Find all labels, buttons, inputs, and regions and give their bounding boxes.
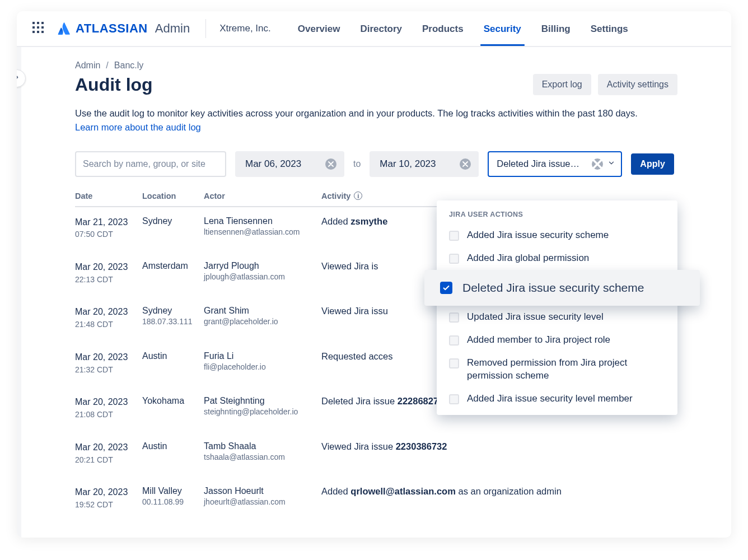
dropdown-option[interactable]: Added Jira global permission [437, 247, 677, 270]
cell-actor-name: Furia Li [204, 351, 321, 361]
cell-actor-name: Grant Shim [204, 306, 321, 316]
cell-location: Yokohama [142, 396, 204, 406]
cell-location-value: Sydney [142, 216, 204, 226]
breadcrumb-item[interactable]: Admin [75, 60, 100, 71]
cell-date: Mar 20, 2023 22:13 CDT [75, 261, 142, 284]
clear-activity-filter-icon[interactable] [592, 158, 603, 170]
filter-row: Search by name, group, or site Mar 06, 2… [75, 151, 677, 177]
cell-date: Mar 20, 2023 19:52 CDT [75, 486, 142, 510]
date-from-picker[interactable]: Mar 06, 2023 [235, 151, 344, 177]
activity-settings-button[interactable]: Activity settings [598, 74, 677, 95]
cell-date-value: Mar 20, 2023 [75, 396, 142, 408]
dropdown-option-label: Deleted Jira issue security scheme [462, 281, 644, 295]
activity-prefix: Requested acces [321, 351, 393, 362]
cell-date-value: Mar 20, 2023 [75, 441, 142, 454]
nav-overview[interactable]: Overview [296, 12, 343, 45]
cell-actor-name: Jasson Hoeurlt [204, 486, 321, 496]
brand[interactable]: ATLASSIAN Admin [57, 21, 190, 36]
dropdown-option-label: Added member to Jira project role [467, 334, 610, 347]
nav-settings[interactable]: Settings [588, 12, 630, 45]
cell-location-value: Austin [142, 351, 204, 361]
top-nav: ATLASSIAN Admin Xtreme, Inc. Overview Di… [17, 11, 731, 47]
cell-location: Austin [142, 351, 204, 361]
dropdown-heading: JIRA USER ACTIONS [437, 208, 677, 224]
org-name[interactable]: Xtreme, Inc. [205, 19, 284, 38]
cell-actor-name: Lena Tiensennen [204, 216, 321, 226]
export-log-button[interactable]: Export log [533, 74, 591, 95]
cell-date: Mar 21, 2023 07:50 CDT [75, 216, 142, 240]
activity-prefix: Viewed Jira issu [321, 306, 388, 316]
to-label: to [353, 159, 361, 169]
th-date: Date [75, 192, 142, 200]
date-from-value: Mar 06, 2023 [245, 158, 301, 170]
cell-date: Mar 20, 2023 21:48 CDT [75, 306, 142, 329]
activity-filter-dropdown: JIRA USER ACTIONS Added Jira issue secur… [437, 200, 677, 415]
table-row[interactable]: Mar 20, 2023 20:21 CDT Austin Tamb Shaal… [75, 432, 677, 477]
description-text: Use the audit log to monitor key activit… [75, 108, 638, 118]
cell-time-value: 21:48 CDT [75, 319, 142, 330]
app-frame: ATLASSIAN Admin Xtreme, Inc. Overview Di… [17, 11, 731, 538]
dropdown-option[interactable]: Added Jira issue security level member [437, 388, 677, 410]
cell-date: Mar 20, 2023 21:08 CDT [75, 396, 142, 419]
chevron-down-icon [607, 159, 615, 169]
cell-actor: Grant Shim grant@placeholder.io [204, 306, 321, 326]
cell-actor: Furia Li fli@placeholder.io [204, 351, 321, 371]
dropdown-option[interactable]: Updated Jira issue security level [437, 306, 677, 329]
cell-date-value: Mar 20, 2023 [75, 261, 142, 273]
checkbox-icon [449, 394, 459, 404]
clear-date-to-icon[interactable] [460, 158, 471, 170]
activity-filter-select[interactable]: Deleted Jira issue … [488, 151, 622, 177]
activity-bold: qrlowell@atlassian.com [350, 486, 456, 496]
activity-bold: zsmythe [350, 216, 387, 226]
nav-billing[interactable]: Billing [539, 12, 573, 45]
activity-prefix: Viewed Jira is [321, 261, 378, 271]
dropdown-option[interactable]: Added member to Jira project role [437, 329, 677, 352]
cell-actor-name: Tamb Shaala [204, 441, 321, 451]
left-rail [17, 47, 21, 538]
nav-directory[interactable]: Directory [358, 12, 404, 45]
learn-more-link[interactable]: Learn more about the audit log [75, 122, 201, 132]
cell-location: Mill Valley 00.11.08.99 [142, 486, 204, 506]
nav-items: Overview Directory Products Security Bil… [296, 12, 630, 45]
nav-security[interactable]: Security [481, 12, 523, 45]
activity-prefix: Added [321, 486, 350, 496]
dropdown-option-label: Updated Jira issue security level [467, 311, 604, 324]
cell-actor-email: jhoeurlt@atlassian.com [204, 497, 321, 506]
clear-date-from-icon[interactable] [325, 158, 336, 170]
breadcrumb-item[interactable]: Banc.ly [114, 60, 143, 71]
cell-actor-name: Pat Steighnting [204, 396, 321, 406]
dropdown-option-selected[interactable]: Deleted Jira issue security scheme [424, 270, 700, 306]
cell-location: Sydney 188.07.33.111 [142, 306, 204, 326]
app-switcher-icon[interactable] [32, 22, 46, 35]
activity-prefix: Added [321, 216, 350, 226]
cell-date-value: Mar 20, 2023 [75, 486, 142, 498]
activity-bold: 2230386732 [396, 441, 447, 451]
info-icon[interactable]: i [354, 192, 362, 200]
dropdown-option-label: Added Jira issue security level member [467, 393, 633, 405]
date-to-value: Mar 10, 2023 [380, 158, 436, 170]
activity-filter-value: Deleted Jira issue … [497, 158, 581, 169]
date-to-picker[interactable]: Mar 10, 2023 [370, 151, 479, 177]
cell-date-value: Mar 20, 2023 [75, 351, 142, 363]
cell-actor: Jarryd Plough jplough@atlassian.com [204, 261, 321, 281]
breadcrumb: Admin / Banc.ly [75, 60, 677, 71]
dropdown-option-label: Added Jira global permission [467, 252, 589, 265]
dropdown-option[interactable]: Added Jira issue security scheme [437, 224, 677, 247]
search-input[interactable]: Search by name, group, or site [75, 151, 226, 177]
dropdown-option-label: Removed permission from Jira project per… [467, 357, 665, 382]
nav-products[interactable]: Products [420, 12, 466, 45]
th-activity: Activity i [321, 192, 677, 200]
table-row[interactable]: Mar 20, 2023 19:52 CDT Mill Valley 00.11… [75, 477, 677, 522]
activity-prefix: Deleted Jira issue [321, 396, 398, 406]
checkbox-icon [449, 231, 459, 241]
dropdown-option[interactable]: Removed permission from Jira project per… [437, 352, 677, 388]
cell-time-value: 21:32 CDT [75, 365, 142, 375]
apply-button[interactable]: Apply [631, 153, 674, 175]
cell-location-ip: 188.07.33.111 [142, 317, 204, 326]
checkbox-icon [449, 312, 459, 323]
cell-activity: Added qrlowell@atlassian.com as an organ… [321, 486, 677, 497]
cell-date-value: Mar 21, 2023 [75, 216, 142, 228]
cell-date: Mar 20, 2023 20:21 CDT [75, 441, 142, 465]
checkbox-icon [449, 358, 459, 368]
cell-time-value: 20:21 CDT [75, 455, 142, 465]
